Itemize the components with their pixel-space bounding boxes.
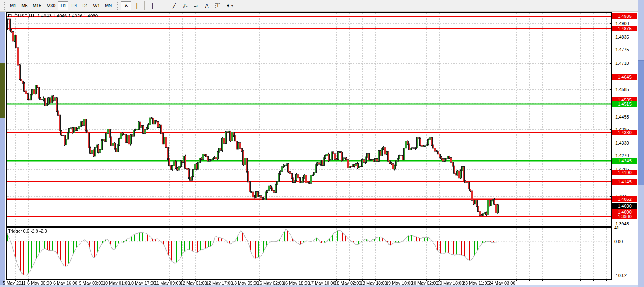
fibonacci-button[interactable]: ≡F — [191, 1, 201, 10]
chart-canvas[interactable] — [6, 12, 612, 283]
price-tick-label: 1.4900 — [615, 21, 629, 26]
right-scroll-strip — [638, 0, 644, 287]
cursor-button[interactable]: ➤ — [121, 1, 131, 10]
equidistant-channel-subscript: E — [186, 4, 188, 7]
text-button[interactable]: A — [202, 1, 212, 10]
timeframe-toolbar: M1M5M15M30H1H4D1W1MN — [8, 1, 115, 10]
timeframe-button-m1[interactable]: M1 — [8, 1, 19, 10]
price-tick-label: 1.4455 — [615, 114, 629, 119]
dropdown-arrow-icon[interactable]: ▾ — [231, 4, 233, 8]
left-dock-background — [0, 12, 5, 287]
indicator-tick-label: -103.2 — [614, 273, 627, 278]
equidistant-channel-button[interactable]: ⫽E — [180, 1, 190, 10]
timeframe-button-h4[interactable]: H4 — [69, 1, 79, 10]
text-icon: A — [205, 3, 209, 8]
toolbar: M1M5M15M30H1H4D1W1MN ➤┼│─╱⫽E≡FAT✦▾ — [0, 0, 638, 12]
price-tick-label: 1.4710 — [615, 61, 629, 66]
bottom-edge-strip — [0, 285, 638, 287]
vertical-line-icon: │ — [151, 3, 154, 8]
timeframe-button-m5[interactable]: M5 — [19, 1, 30, 10]
crosshair-button[interactable]: ┼ — [132, 1, 142, 10]
level-price-label: 1.4935 — [612, 13, 637, 19]
level-price-label: 1.4515 — [612, 101, 637, 107]
fibonacci-icon: ≡ — [194, 3, 197, 8]
level-price-label: 1.4645 — [612, 74, 637, 80]
fibonacci-subscript: F — [197, 4, 198, 7]
indicator-title: Trigger 0.0 -2.9 -2.9 — [8, 229, 47, 233]
current-price-label: 1.4030 — [612, 203, 637, 209]
arrows-button[interactable]: ✦▾ — [223, 1, 235, 10]
indicator-tick-label: 0.00 — [614, 239, 623, 244]
indicator-tick-label: 41 — [614, 225, 619, 230]
level-price-label: 1.4062 — [612, 196, 637, 202]
timeframe-button-m30[interactable]: M30 — [44, 1, 58, 10]
timeframe-button-mn[interactable]: MN — [103, 1, 114, 10]
timeframe-button-d1[interactable]: D1 — [80, 1, 91, 10]
timeframe-button-h1[interactable]: H1 — [58, 1, 68, 10]
level-price-label: 1.4875 — [612, 26, 637, 31]
mt4-window: M1M5M15M30H1H4D1W1MN ➤┼│─╱⫽E≡FAT✦▾ EURUS… — [0, 0, 644, 287]
price-tick-label: 1.4585 — [615, 87, 629, 92]
right-scroll-thumb[interactable] — [638, 60, 644, 185]
timeframe-button-m15[interactable]: M15 — [31, 1, 44, 10]
timeframe-button-w1[interactable]: W1 — [91, 1, 103, 10]
tools-grip[interactable] — [116, 2, 119, 10]
horizontal-line-icon: ─ — [162, 3, 165, 8]
drawing-toolbar: ➤┼│─╱⫽E≡FAT✦▾ — [121, 1, 236, 10]
trendline-button[interactable]: ╱ — [169, 1, 180, 10]
arrows-icon: ✦ — [226, 3, 230, 8]
level-price-label: 1.4380 — [612, 130, 637, 135]
text-label-button[interactable]: T — [213, 1, 223, 10]
toolbar-separator — [144, 1, 145, 10]
price-tick-label: 1.4835 — [615, 35, 629, 40]
price-tick-label: 1.4270 — [615, 153, 629, 158]
left-dock-strip — [0, 12, 6, 287]
price-axis-background — [612, 12, 638, 285]
vertical-line-button[interactable]: │ — [147, 1, 158, 10]
level-price-label: 1.3980 — [612, 214, 637, 219]
chart-title: EURUSD,H1 1.4043 1.4046 1.4026 1.4030 — [8, 13, 98, 18]
left-dock-block — [0, 63, 5, 118]
toolbar-grip[interactable] — [3, 2, 6, 10]
text-label-icon: T — [215, 3, 220, 8]
level-price-label: 1.4145 — [612, 179, 637, 185]
trendline-icon: ╱ — [173, 3, 176, 8]
crosshair-icon: ┼ — [135, 3, 139, 8]
level-price-label: 1.4245 — [612, 158, 637, 164]
price-tick-label: 1.4775 — [615, 47, 629, 52]
level-price-label: 1.4190 — [612, 170, 637, 175]
price-tick-label: 1.4330 — [615, 141, 629, 146]
horizontal-line-button[interactable]: ─ — [158, 1, 169, 10]
cursor-icon: ➤ — [124, 3, 129, 8]
